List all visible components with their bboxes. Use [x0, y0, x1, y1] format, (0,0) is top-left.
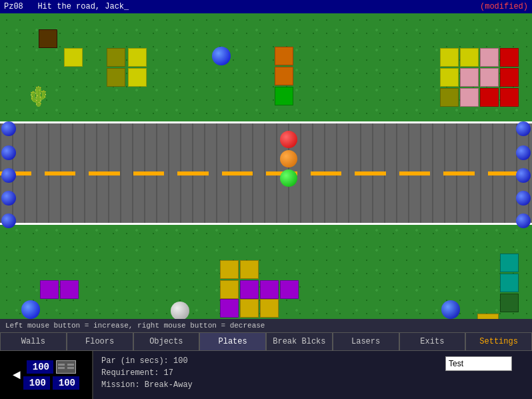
border-ball: [516, 191, 531, 206]
border-ball: [1, 145, 16, 160]
counter-row-1: 100: [27, 360, 76, 374]
block-purple[interactable]: [220, 299, 239, 318]
mission-info: Mission: Break-Away: [101, 380, 417, 390]
block-red[interactable]: [500, 88, 519, 107]
svg-rect-0: [58, 364, 65, 366]
counter-val-1: 100: [27, 360, 53, 374]
block-pink[interactable]: [460, 88, 479, 107]
road-center-line: [0, 171, 532, 175]
svg-rect-3: [67, 367, 74, 369]
block-green[interactable]: [275, 87, 293, 105]
test-input[interactable]: [445, 356, 512, 371]
block-yellow[interactable]: [440, 48, 459, 67]
block-pink[interactable]: [480, 48, 499, 67]
block-yellow[interactable]: [440, 68, 459, 87]
svg-rect-2: [67, 364, 74, 366]
counter-box: 100 100 100: [23, 360, 79, 390]
block-darkgreen[interactable]: [500, 294, 519, 312]
back-arrow-icon[interactable]: ◄: [13, 368, 21, 383]
toolbar: Left mouse button = increase, right mous…: [0, 319, 532, 399]
counter-icon-1: [56, 360, 76, 374]
block-gold[interactable]: [240, 260, 259, 279]
block-brown[interactable]: [39, 29, 57, 48]
tab-break-blcks[interactable]: Break Blcks: [266, 332, 333, 351]
level-title: Hit the road, Jack_: [37, 2, 129, 11]
nav-tabs: Walls Floors Objects Plates Break Blcks …: [0, 332, 532, 351]
border-ball: [516, 145, 531, 160]
block-purple[interactable]: [240, 280, 259, 299]
tab-exits[interactable]: Exits: [399, 332, 466, 351]
border-ball: [1, 191, 16, 206]
game-container: Pz08 Hit the road, Jack_ (modified): [0, 0, 532, 399]
block-purple[interactable]: [260, 280, 279, 299]
counter-val-3: 100: [53, 376, 79, 390]
block-red[interactable]: [500, 48, 519, 67]
block-olive[interactable]: [440, 88, 459, 107]
block-gold[interactable]: [240, 299, 259, 318]
block-purple[interactable]: [60, 280, 79, 299]
block-purple[interactable]: [40, 280, 59, 299]
road: [0, 121, 532, 225]
top-bar-left: Pz08 Hit the road, Jack_: [4, 2, 129, 11]
hint-bar: Left mouse button = increase, right mous…: [0, 319, 532, 332]
test-panel: [425, 351, 532, 399]
tab-plates[interactable]: Plates: [199, 332, 266, 351]
level-id: Pz08: [4, 2, 23, 11]
par-info: Par (in secs): 100: [101, 356, 417, 366]
game-area: [0, 13, 532, 324]
ball-blue-top: [212, 47, 231, 65]
border-ball: [1, 214, 16, 228]
block-teal[interactable]: [500, 274, 519, 292]
hint-text: Left mouse button = increase, right mous…: [5, 322, 265, 330]
block-gold[interactable]: [260, 299, 279, 318]
border-ball: [516, 214, 531, 228]
block-yellow[interactable]: [460, 48, 479, 67]
ball-blue-bottom-right: [441, 300, 460, 319]
counter-row-2: 100 100: [23, 376, 79, 390]
block-red[interactable]: [480, 88, 499, 107]
block-pink[interactable]: [480, 68, 499, 87]
ball-blue-bottom-left: [21, 300, 40, 319]
tab-lasers[interactable]: Lasers: [333, 332, 399, 351]
border-ball: [516, 121, 531, 136]
ball-silver: [171, 302, 189, 320]
requirement-info: Requirement: 17: [101, 368, 417, 378]
top-bar: Pz08 Hit the road, Jack_ (modified): [0, 0, 532, 13]
tab-walls[interactable]: Walls: [0, 332, 67, 351]
ball-traffic-green: [280, 169, 297, 187]
road-line-bottom: [0, 223, 532, 225]
svg-rect-1: [58, 367, 65, 369]
block-teal[interactable]: [500, 254, 519, 272]
block-red[interactable]: [500, 68, 519, 87]
block-olive[interactable]: [107, 68, 125, 87]
block-yellow[interactable]: [128, 68, 147, 87]
tab-settings[interactable]: Settings: [465, 332, 532, 351]
block-orange[interactable]: [275, 47, 293, 65]
border-ball: [1, 121, 16, 136]
block-olive[interactable]: [107, 48, 125, 67]
road-line-top: [0, 121, 532, 123]
cactus: [29, 87, 40, 107]
tab-floors[interactable]: Floors: [67, 332, 133, 351]
bottom-panel: ◄ 100 100: [0, 351, 532, 399]
block-purple[interactable]: [280, 280, 299, 299]
modified-label: (modified): [480, 2, 528, 11]
border-ball: [1, 168, 16, 183]
tab-objects[interactable]: Objects: [133, 332, 200, 351]
block-gold[interactable]: [220, 280, 239, 299]
block-gold[interactable]: [220, 260, 239, 279]
info-panel: Par (in secs): 100 Requirement: 17 Missi…: [93, 351, 425, 399]
block-yellow[interactable]: [64, 48, 83, 67]
counter-panel: ◄ 100 100: [0, 351, 93, 399]
ball-traffic-red: [280, 131, 297, 148]
block-orange[interactable]: [275, 67, 293, 85]
block-yellow[interactable]: [128, 48, 147, 67]
counter-val-2: 100: [23, 376, 50, 390]
ball-traffic-orange: [280, 150, 297, 167]
border-ball: [516, 168, 531, 183]
block-pink[interactable]: [460, 68, 479, 87]
